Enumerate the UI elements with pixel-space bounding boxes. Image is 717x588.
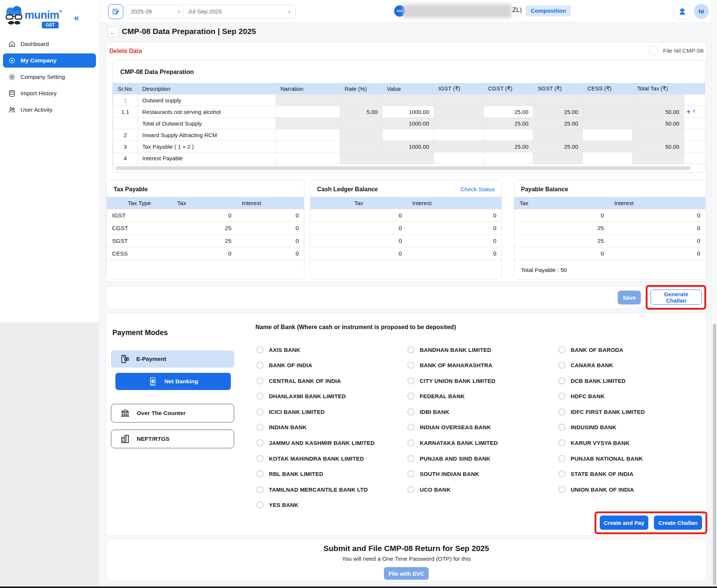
bank-option-icici-bank-limited[interactable]: ICICI BANK LIMITED xyxy=(257,406,406,417)
create-challan-button[interactable]: Create Challan xyxy=(654,516,702,530)
quarter-dropdown[interactable]: Jul-Sep 2025 ∨ xyxy=(183,4,296,19)
bank-option-idbi-bank[interactable]: IDBI BANK xyxy=(407,406,557,417)
bank-option-federal-bank[interactable]: FEDERAL BANK xyxy=(407,391,557,402)
filing-note-button[interactable] xyxy=(108,4,123,19)
file-nil-checkbox[interactable] xyxy=(649,46,658,55)
bank-option-hdfc-bank[interactable]: HDFC BANK xyxy=(558,391,708,402)
back-button[interactable]: ← xyxy=(107,27,118,38)
cell-value[interactable] xyxy=(382,129,434,141)
radio-icon[interactable] xyxy=(558,377,565,384)
bank-option-jammu-and-kashmir-bank-limited[interactable]: JAMMU AND KASHMIR BANK LIMITED xyxy=(257,438,406,448)
user-avatar[interactable]: NI xyxy=(694,4,709,19)
cell-narration[interactable] xyxy=(276,141,340,152)
file-with-evc-button[interactable]: File with EVC xyxy=(384,567,429,580)
radio-icon[interactable] xyxy=(407,377,415,384)
bank-option-uco-bank[interactable]: UCO BANK xyxy=(407,484,557,495)
payment-mode-net-banking[interactable]: Net Banking xyxy=(115,373,231,390)
bank-option-central-bank-of-india[interactable]: CENTRAL BANK OF INDIA xyxy=(257,375,406,386)
sidebar-item-dashboard[interactable]: Dashboard xyxy=(3,37,96,51)
bank-option-idfc-first-bank-limited[interactable]: IDFC FIRST BANK LIMITED xyxy=(558,406,708,417)
bank-option-canara-bank[interactable]: CANARA BANK xyxy=(558,360,708,371)
radio-icon[interactable] xyxy=(407,439,415,446)
radio-icon[interactable] xyxy=(558,455,565,462)
financial-year-dropdown[interactable]: 2025-26 ∨ xyxy=(126,4,186,19)
bank-option-punjab-national-bank[interactable]: PUNJAB NATIONAL BANK xyxy=(558,453,708,464)
radio-icon[interactable] xyxy=(257,501,264,508)
radio-icon[interactable] xyxy=(558,346,565,353)
radio-icon[interactable] xyxy=(558,439,565,446)
cell-value[interactable]: 1000.00 xyxy=(382,106,434,118)
radio-icon[interactable] xyxy=(407,393,415,400)
bank-option-kotak-mahindra-bank-limited[interactable]: KOTAK MAHINDRA BANK LIMITED xyxy=(257,453,406,464)
radio-icon[interactable] xyxy=(257,408,264,415)
bank-option-bank-of-maharashtra[interactable]: BANK OF MAHARASHTRA xyxy=(407,360,557,371)
radio-icon[interactable] xyxy=(407,424,415,431)
bank-option-dhanlaxmi-bank-limited[interactable]: DHANLAXMI BANK LIMITED xyxy=(257,391,406,402)
bank-option-karnataka-bank-limited[interactable]: KARNATAKA BANK LIMITED xyxy=(407,438,557,448)
radio-icon[interactable] xyxy=(257,455,264,462)
bank-option-rbl-bank-limited[interactable]: RBL BANK LIMITED xyxy=(257,469,406,479)
radio-icon[interactable] xyxy=(257,377,264,384)
bank-option-union-bank-of-india[interactable]: UNION BANK OF INDIA xyxy=(558,484,708,495)
cell-cess[interactable] xyxy=(583,152,633,164)
radio-icon[interactable] xyxy=(558,486,565,493)
radio-icon[interactable] xyxy=(257,424,264,431)
radio-icon[interactable] xyxy=(407,470,415,477)
radio-icon[interactable] xyxy=(257,486,264,493)
sidebar-item-import-history[interactable]: Import History xyxy=(3,86,96,100)
generate-challan-button[interactable]: Generate Challan xyxy=(651,290,702,305)
radio-icon[interactable] xyxy=(407,362,415,369)
cell-igst[interactable] xyxy=(434,129,484,141)
radio-icon[interactable] xyxy=(257,346,264,353)
radio-icon[interactable] xyxy=(558,362,565,369)
sidebar-collapse-icon[interactable]: « xyxy=(74,13,79,23)
cell-cgst[interactable] xyxy=(484,152,533,164)
cell-cgst[interactable]: 25.00 xyxy=(484,106,533,118)
hscroll-thumb[interactable] xyxy=(115,166,690,170)
radio-icon[interactable] xyxy=(558,408,565,415)
radio-icon[interactable] xyxy=(558,470,565,477)
radio-icon[interactable] xyxy=(558,424,565,431)
bank-option-indian-overseas-bank[interactable]: INDIAN OVERSEAS BANK xyxy=(407,422,557,433)
cell-cgst[interactable] xyxy=(484,129,533,141)
sidebar-item-my-company[interactable]: My Company xyxy=(3,53,96,68)
radio-icon[interactable] xyxy=(257,470,264,477)
bank-option-state-bank-of-india[interactable]: STATE BANK OF INDIA xyxy=(558,469,708,479)
bank-option-tamilnad-mercantile-bank-ltd[interactable]: TAMILNAD MERCANTILE BANK LTD xyxy=(257,484,406,495)
payment-mode-e-payment[interactable]: E-Payment xyxy=(111,350,234,368)
bank-option-bank-of-baroda[interactable]: BANK OF BARODA xyxy=(558,344,708,355)
cell-actions[interactable]: + ✎ xyxy=(684,106,705,118)
radio-icon[interactable] xyxy=(407,455,415,462)
delete-data-link[interactable]: Delete Data xyxy=(109,48,142,55)
check-status-link[interactable]: Check Status xyxy=(460,186,495,193)
radio-icon[interactable] xyxy=(257,393,264,400)
save-button[interactable]: Save xyxy=(618,291,641,304)
bank-option-dcb-bank-limited[interactable]: DCB BANK LIMITED xyxy=(558,375,708,386)
cell-narration[interactable] xyxy=(276,129,340,141)
cell-cess[interactable] xyxy=(583,129,633,141)
bank-option-punjab-and-sind-bank[interactable]: PUNJAB AND SIND BANK xyxy=(407,453,557,464)
bank-option-karur-vysya-bank[interactable]: KARUR VYSYA BANK xyxy=(558,438,708,448)
bank-option-bank-of-india[interactable]: BANK OF INDIA xyxy=(257,360,406,371)
radio-icon[interactable] xyxy=(407,346,415,353)
bank-option-bandhan-bank-limited[interactable]: BANDHAN BANK LIMITED xyxy=(407,344,557,355)
sidebar-item-user-activity[interactable]: User Activity xyxy=(3,103,96,117)
radio-icon[interactable] xyxy=(407,408,415,415)
payment-mode-neft-rtgs[interactable]: NEFT/RTGS xyxy=(111,430,234,448)
create-and-pay-button[interactable]: Create and Pay xyxy=(600,516,648,530)
radio-icon[interactable] xyxy=(257,362,264,369)
cell-narration[interactable] xyxy=(276,152,340,164)
bank-option-indusind-bank[interactable]: INDUSIND BANK xyxy=(558,422,708,433)
bank-option-indian-bank[interactable]: INDIAN BANK xyxy=(257,422,406,433)
cell-narration[interactable] xyxy=(276,106,340,118)
radio-icon[interactable] xyxy=(558,393,565,400)
radio-icon[interactable] xyxy=(407,486,415,493)
sidebar-item-company-setting[interactable]: Company Setting xyxy=(3,70,96,84)
payment-mode-over-the-counter[interactable]: Over The Counter xyxy=(111,404,234,423)
vertical-scrollbar-thumb[interactable] xyxy=(713,324,716,585)
radio-icon[interactable] xyxy=(257,439,264,446)
bank-option-south-indian-bank[interactable]: SOUTH INDIAN BANK xyxy=(407,469,557,479)
support-button[interactable] xyxy=(674,4,690,19)
bank-option-yes-bank[interactable]: YES BANK xyxy=(257,500,406,510)
cell-igst[interactable] xyxy=(434,152,484,164)
